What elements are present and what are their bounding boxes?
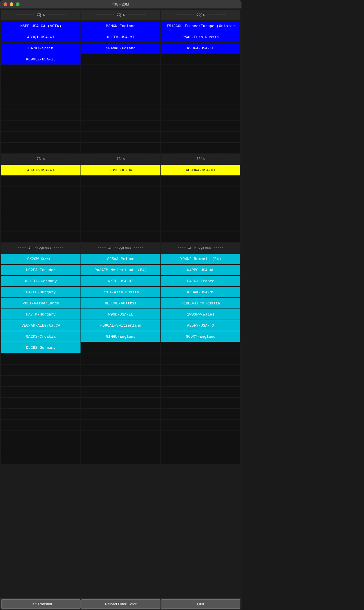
- halt-transmit-button[interactable]: Halt Transmit: [1, 599, 80, 609]
- ip-row-9: DL2BS-Germany: [1, 342, 240, 353]
- ip-col3-item3[interactable]: F4JGI-France: [161, 276, 240, 286]
- close-button[interactable]: [4, 2, 7, 6]
- ip-empty-16-1: [1, 420, 80, 431]
- 73s-col1-item1[interactable]: AC9IR-USA-WI: [1, 165, 80, 175]
- ip-row-14: [1, 398, 240, 408]
- cq-row-6: [1, 76, 240, 87]
- cq-empty-9-2: [81, 109, 160, 120]
- ip-col3-item2[interactable]: W4PPC-USA-AL: [161, 265, 240, 275]
- ip-col3-item7[interactable]: AE5FY-USA-TX: [161, 320, 240, 331]
- 73s-col3-item1[interactable]: KC0BRA-USA-UT: [161, 165, 240, 175]
- cq-row-2: AB9QT-USA-WI W8EEK-USA-MI R5AF-Euro Russ…: [1, 32, 240, 42]
- cq-headers: --------- CQ's --------- --------- CQ's …: [1, 10, 240, 20]
- cq-col3-item1[interactable]: TM13COL-France/Europe (Outside: [161, 21, 240, 31]
- cq-empty-10-2: [81, 121, 160, 131]
- maximize-button[interactable]: [16, 2, 20, 6]
- cq-col1-item3[interactable]: EA7KN-Spain: [1, 43, 80, 53]
- ip-empty-13-2: [81, 387, 160, 397]
- cq-empty-9-3: [161, 109, 240, 120]
- ip-header-1: ---- In Progress -----: [1, 243, 80, 253]
- cq-col1-item4[interactable]: KD9VLZ-USA-IL: [1, 54, 80, 65]
- ip-empty-19-1: [1, 453, 80, 464]
- ip-col2-item7[interactable]: HB9CAL-Switzerland: [81, 320, 160, 331]
- ip-col1-item7[interactable]: VE6NAR-Alberta,CA: [1, 320, 80, 331]
- ip-col1-item4[interactable]: HA7EC-Hungary: [1, 287, 80, 297]
- ip-col2-item9: [81, 342, 160, 353]
- ip-row-12: [1, 376, 240, 386]
- quit-button[interactable]: Quit: [161, 599, 240, 609]
- ip-row-15: [1, 409, 240, 419]
- cq-empty-6-2: [81, 76, 160, 87]
- ip-col3-item4[interactable]: K5BAK-USA-MS: [161, 287, 240, 297]
- ip-col3-item6[interactable]: 2W0SNW-Wales: [161, 309, 240, 320]
- ip-row-13: [1, 387, 240, 397]
- cq-row-11: [1, 132, 240, 142]
- cq-row-8: [1, 98, 240, 109]
- cq-col2-item3[interactable]: SP4NKU-Poland: [81, 43, 160, 53]
- 73s-empty-6-1: [1, 220, 80, 231]
- ip-col1-item6[interactable]: HA7TM-Hungary: [1, 309, 80, 320]
- ip-empty-18-2: [81, 442, 160, 453]
- ip-empty-15-2: [81, 409, 160, 419]
- main-window: filt8 - 20M --------- CQ's --------- ---…: [0, 0, 242, 610]
- 73s-row-7: [1, 231, 240, 242]
- ip-col1-item5[interactable]: PD3T-Netherlands: [1, 298, 80, 309]
- 73s-empty-5-1: [1, 209, 80, 220]
- ip-col1-item3[interactable]: DL1IGB-Germany: [1, 276, 80, 286]
- cq-empty-8-2: [81, 98, 160, 109]
- cq-col2-item2[interactable]: W8EEK-USA-MI: [81, 32, 160, 42]
- ip-col1-item8[interactable]: 9A2KS-Croatia: [1, 331, 80, 342]
- cq-empty-7-1: [1, 87, 80, 98]
- cq-empty-6-3: [161, 76, 240, 87]
- ip-col2-item2[interactable]: PA3AIM-Netherlands (B4): [81, 265, 160, 275]
- cq-row-5: [1, 65, 240, 76]
- 73s-empty-7-3: [161, 231, 240, 242]
- 73s-empty-7-1: [1, 231, 80, 242]
- ip-col3-item5[interactable]: R1BEO-Euro Russia: [161, 298, 240, 309]
- cq-col3-item2[interactable]: R5AF-Euro Russia: [161, 32, 240, 42]
- 73s-empty-6-2: [81, 220, 160, 231]
- reload-filter-button[interactable]: Reload Filter/Color: [81, 599, 160, 609]
- 73s-empty-3-1: [1, 187, 80, 198]
- ip-col2-item3[interactable]: NK7C-USA-UT: [81, 276, 160, 286]
- cq-col3-item3[interactable]: K9UFA-USA-IL: [161, 43, 240, 53]
- ip-col2-item8[interactable]: G1MHU-England: [81, 331, 160, 342]
- ip-col3-item1[interactable]: YO4NF-Romania (B4): [161, 254, 240, 264]
- ip-row-10: [1, 353, 240, 364]
- 73s-row-6: [1, 220, 240, 231]
- cq-empty-11-3: [161, 132, 240, 142]
- cq-col1-item2[interactable]: AB9QT-USA-WI: [1, 32, 80, 42]
- ip-row-5: PD3T-Netherlands OE8CXC-Austria R1BEO-Eu…: [1, 298, 240, 309]
- ip-col1-item9[interactable]: DL2BS-Germany: [1, 342, 80, 353]
- ip-col3-item9: [161, 342, 240, 353]
- cq-row-9: [1, 109, 240, 120]
- ip-empty-19-2: [81, 453, 160, 464]
- ip-empty-15-3: [161, 409, 240, 419]
- cq-col2-item1[interactable]: M3MXK-England: [81, 21, 160, 31]
- ip-empty-10-3: [161, 353, 240, 364]
- ip-row-11: [1, 365, 240, 375]
- ip-col2-item5[interactable]: OE8CXC-Austria: [81, 298, 160, 309]
- cq-row-7: [1, 87, 240, 98]
- ip-empty-18-3: [161, 442, 240, 453]
- cq-col1-item1[interactable]: N6PE-USA-CA (VOTA): [1, 21, 80, 31]
- ip-col1-item2[interactable]: HC2FJ-Ecuador: [1, 265, 80, 275]
- ip-col3-item8[interactable]: G6DXY-England: [161, 331, 240, 342]
- cq-empty-12-3: [161, 143, 240, 153]
- cq-header-1: --------- CQ's ---------: [1, 10, 80, 20]
- ip-col2-item6[interactable]: W9GD-USA-IL: [81, 309, 160, 320]
- ip-col2-item1[interactable]: SP5AA-Poland: [81, 254, 160, 264]
- cq-empty-10-3: [161, 121, 240, 131]
- ip-col2-item4[interactable]: R7CA-Asia Russia: [81, 287, 160, 297]
- 73s-empty-4-2: [81, 198, 160, 209]
- ip-empty-11-3: [161, 365, 240, 375]
- cq-empty-10-1: [1, 121, 80, 131]
- minimize-button[interactable]: [10, 2, 13, 6]
- cq-empty-5-1: [1, 65, 80, 76]
- 73s-col2-item1[interactable]: GB13COL-UK: [81, 165, 160, 175]
- ip-empty-17-1: [1, 431, 80, 442]
- 73s-header-2: --------- 73's ---------: [81, 154, 160, 164]
- 73s-header-1: --------- 73's ---------: [1, 154, 80, 164]
- ip-empty-13-3: [161, 387, 240, 397]
- ip-col1-item1[interactable]: 9K2OW-Kuwait: [1, 254, 80, 264]
